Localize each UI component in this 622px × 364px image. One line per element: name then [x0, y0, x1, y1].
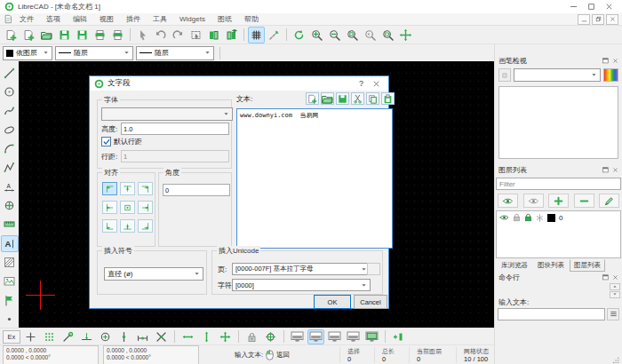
- menu-widgets[interactable]: Widgets: [173, 15, 211, 23]
- snap-distance-button[interactable]: [134, 329, 151, 344]
- menu-plugins[interactable]: 插件: [120, 14, 147, 24]
- hatch-tool-button[interactable]: [1, 254, 19, 271]
- resize-grip-icon[interactable]: [612, 356, 620, 364]
- align-bottom-right-button[interactable]: [138, 219, 153, 233]
- zoom-auto-button[interactable]: [344, 27, 361, 44]
- angle-input[interactable]: 0: [163, 184, 230, 196]
- menu-tools[interactable]: 工具: [147, 14, 173, 24]
- zoom-pan-button[interactable]: [397, 27, 414, 44]
- cancel-button[interactable]: Cancel: [354, 295, 387, 309]
- line-spacing-input[interactable]: 1: [121, 150, 229, 162]
- menu-drawings[interactable]: 图纸: [211, 14, 238, 24]
- pen-width-combo[interactable]: 随层: [55, 46, 133, 60]
- save-button[interactable]: [56, 27, 73, 44]
- text-dialog-titlebar[interactable]: 文字段 ?: [90, 76, 388, 91]
- spline-tool-button[interactable]: [1, 102, 19, 119]
- align-bottom-left-button[interactable]: [102, 219, 117, 233]
- unicode-char-combo[interactable]: [0000]: [232, 279, 371, 291]
- text-content-area[interactable]: www.downyi.com 当易网: [236, 108, 393, 249]
- set-relative-zero-button[interactable]: [262, 329, 279, 344]
- close-dock-icon[interactable]: [612, 273, 618, 281]
- cursor-button[interactable]: [134, 27, 151, 44]
- block-list-button[interactable]: [205, 27, 222, 44]
- pen-color-combo[interactable]: 依图层: [3, 46, 52, 60]
- align-middle-left-button[interactable]: [102, 201, 117, 214]
- open-button[interactable]: [38, 27, 55, 44]
- pen-linetype-combo[interactable]: 随层: [136, 46, 214, 60]
- close-dock-icon[interactable]: [612, 57, 618, 65]
- selection-window-button[interactable]: [187, 27, 204, 44]
- print-button[interactable]: [92, 27, 108, 44]
- snap-entity-button[interactable]: [78, 329, 95, 344]
- display-mode-5-button[interactable]: [363, 329, 380, 344]
- zoom-out-button[interactable]: [326, 27, 343, 44]
- draft-mode-button[interactable]: [266, 27, 283, 44]
- layer-row[interactable]: 0: [497, 211, 620, 224]
- pen-wizard-list[interactable]: [498, 86, 618, 159]
- new-from-template-button[interactable]: [20, 27, 37, 44]
- arc-tool-button[interactable]: [1, 140, 19, 157]
- clear-text-button[interactable]: [306, 92, 319, 105]
- unicode-extra-button[interactable]: [367, 263, 380, 275]
- layer-lock-icon[interactable]: [513, 213, 521, 222]
- image-tool-button[interactable]: [1, 273, 19, 289]
- float-dock-icon[interactable]: [602, 166, 610, 174]
- menu-file[interactable]: 文件: [13, 14, 40, 24]
- layer-color-swatch[interactable]: [547, 214, 555, 222]
- align-top-right-button[interactable]: [138, 182, 153, 195]
- dimension-tool-button[interactable]: A: [1, 178, 19, 195]
- align-top-center-button[interactable]: [120, 182, 135, 195]
- maximize-button[interactable]: [582, 1, 600, 12]
- pen-wizard-combo[interactable]: [514, 68, 601, 82]
- text-tool-button[interactable]: A: [1, 235, 19, 252]
- display-mode-3-button[interactable]: [326, 329, 343, 344]
- font-combo[interactable]: [101, 107, 233, 121]
- snap-free-button[interactable]: [22, 329, 39, 344]
- snap-center-button[interactable]: [97, 329, 114, 344]
- align-top-left-button[interactable]: [102, 182, 117, 195]
- command-options-button[interactable]: [607, 308, 619, 320]
- cut-text-button[interactable]: [351, 92, 364, 105]
- toolbar-overflow-button[interactable]: [390, 329, 407, 344]
- close-dock-icon[interactable]: [612, 166, 618, 174]
- paste-text-button[interactable]: [381, 92, 395, 105]
- measure-tool-button[interactable]: [1, 216, 19, 233]
- default-spacing-checkbox[interactable]: [101, 137, 111, 146]
- remove-layer-button[interactable]: [574, 194, 594, 208]
- display-mode-1-button[interactable]: [289, 329, 306, 344]
- zoom-window-button[interactable]: [379, 27, 396, 44]
- grid-toggle-button[interactable]: [248, 27, 265, 44]
- hide-all-layers-button[interactable]: [523, 194, 544, 208]
- tab-layer-list[interactable]: 图层列表: [570, 259, 605, 272]
- mdi-restore-button[interactable]: [592, 14, 604, 25]
- line-tool-button[interactable]: [1, 64, 19, 81]
- dialog-help-button[interactable]: ?: [354, 77, 369, 90]
- new-file-button[interactable]: [3, 27, 20, 44]
- edit-layer-button[interactable]: [599, 194, 619, 208]
- float-dock-icon[interactable]: [602, 273, 610, 281]
- align-bottom-center-button[interactable]: [120, 219, 135, 233]
- layer-filter-input[interactable]: Filter: [496, 178, 621, 190]
- layer-print-icon[interactable]: [524, 213, 532, 222]
- menu-help[interactable]: 帮助: [238, 14, 265, 24]
- polyline-tool-button[interactable]: [1, 159, 19, 176]
- display-mode-2-button[interactable]: [307, 329, 324, 344]
- ok-button[interactable]: OK: [314, 295, 351, 309]
- zoom-in-button[interactable]: [308, 27, 325, 44]
- save-text-button[interactable]: [336, 92, 349, 105]
- block-add-button[interactable]: [223, 27, 240, 44]
- snap-intersection-button[interactable]: [153, 329, 170, 344]
- height-input[interactable]: 1.0: [121, 123, 229, 135]
- menu-view[interactable]: 视图: [93, 14, 120, 24]
- pen-wizard-button[interactable]: [498, 68, 511, 82]
- zoom-previous-button[interactable]: [362, 27, 379, 44]
- command-input[interactable]: [498, 308, 605, 320]
- palette-button[interactable]: [603, 68, 618, 82]
- add-layer-button[interactable]: [548, 194, 569, 208]
- point-tool-button[interactable]: [1, 311, 19, 328]
- restrict-vertical-button[interactable]: [198, 329, 215, 344]
- mdi-close-button[interactable]: [606, 14, 618, 25]
- redo-button[interactable]: [170, 27, 187, 44]
- unicode-page-combo[interactable]: [0000-007F] 基本拉丁字母: [232, 263, 371, 275]
- save-as-button[interactable]: [74, 27, 91, 44]
